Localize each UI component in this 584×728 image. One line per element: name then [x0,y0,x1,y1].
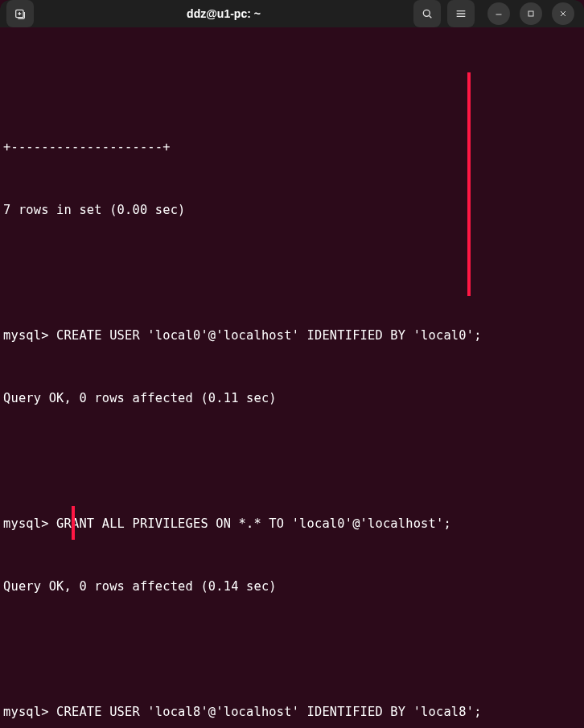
annotation-highlight-icon [72,506,75,540]
search-button[interactable] [413,0,441,27]
terminal-window: ddz@u1-pc: ~ +--------------------+ 7 ro… [0,0,584,728]
terminal-line: mysql> GRANT ALL PRIVILEGES ON *.* TO 'l… [3,513,582,534]
maximize-button[interactable] [520,2,542,25]
window-title: ddz@u1-pc: ~ [40,7,407,20]
svg-point-1 [423,10,430,16]
terminal-line [3,450,582,471]
menu-button[interactable] [447,0,475,27]
terminal-line [3,639,582,660]
close-button[interactable] [552,2,574,25]
terminal-line: mysql> CREATE USER 'local8'@'localhost' … [3,701,582,722]
terminal-line: Query OK, 0 rows affected (0.11 sec) [3,388,582,409]
svg-rect-2 [528,11,533,16]
terminal-line: 7 rows in set (0.00 sec) [3,199,582,220]
terminal-line: Query OK, 0 rows affected (0.14 sec) [3,576,582,597]
terminal-line: +--------------------+ [3,137,582,158]
new-tab-button[interactable] [6,0,34,27]
titlebar: ddz@u1-pc: ~ [0,0,584,27]
minimize-button[interactable] [487,2,510,25]
terminal-line: mysql> CREATE USER 'local0'@'localhost' … [3,325,582,346]
terminal-line [3,262,582,283]
terminal-body[interactable]: +--------------------+ 7 rows in set (0.… [0,27,584,728]
annotation-highlight-icon [467,72,471,296]
